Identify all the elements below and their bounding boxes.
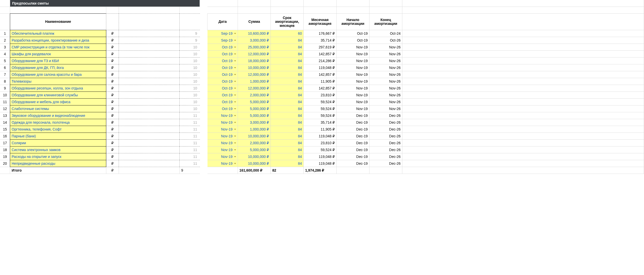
dropdown-icon[interactable]: [234, 115, 236, 116]
term-cell[interactable]: 84: [271, 71, 304, 78]
end-cell[interactable]: Nov-26: [369, 105, 402, 112]
dropdown-icon[interactable]: [234, 74, 236, 75]
currency-cell[interactable]: ₽: [106, 85, 119, 92]
amount-cell[interactable]: 3,000,000 ₽: [238, 119, 271, 126]
currency-cell[interactable]: ₽: [106, 71, 119, 78]
start-cell[interactable]: Nov-19: [337, 51, 369, 58]
dropdown-icon[interactable]: [234, 156, 236, 157]
blank-cell[interactable]: [119, 160, 180, 167]
term-cell[interactable]: 84: [271, 119, 304, 126]
monthly-amort-cell[interactable]: 119,048 ₽: [304, 133, 337, 140]
end-cell[interactable]: Nov-26: [369, 92, 402, 99]
blank-cell[interactable]: [119, 105, 180, 112]
month-index[interactable]: 11: [179, 126, 200, 133]
month-index[interactable]: 10: [179, 50, 200, 58]
amount-cell[interactable]: 2,000,000 ₽: [238, 140, 271, 146]
date-cell[interactable]: Nov-19: [207, 146, 238, 153]
blank-cell[interactable]: [119, 146, 180, 153]
currency-cell[interactable]: ₽: [106, 50, 119, 58]
start-cell[interactable]: Nov-19: [337, 78, 369, 85]
date-cell[interactable]: Oct-19: [207, 92, 238, 99]
amount-cell[interactable]: 10,000,000 ₽: [238, 64, 271, 71]
end-cell[interactable]: Dec-26: [369, 126, 402, 133]
monthly-amort-cell[interactable]: 11,905 ₽: [304, 126, 337, 133]
dropdown-icon[interactable]: [234, 149, 236, 151]
item-name[interactable]: Система электронных замков: [10, 146, 106, 153]
start-cell[interactable]: Nov-19: [337, 92, 369, 99]
start-cell[interactable]: Nov-19: [337, 64, 369, 71]
end-cell[interactable]: Nov-26: [369, 78, 402, 85]
term-cell[interactable]: 84: [271, 51, 304, 58]
monthly-amort-cell[interactable]: 142,857 ₽: [304, 71, 337, 78]
start-cell[interactable]: Nov-19: [337, 44, 369, 51]
date-cell[interactable]: Sep-19: [207, 30, 238, 37]
term-cell[interactable]: 84: [271, 44, 304, 51]
term-cell[interactable]: 84: [271, 112, 304, 119]
month-index[interactable]: 10: [179, 78, 200, 85]
blank-cell[interactable]: [119, 50, 180, 58]
month-index[interactable]: 11: [179, 153, 200, 160]
currency-cell[interactable]: ₽: [106, 126, 119, 133]
item-name[interactable]: Оборудование для клининговой службы: [10, 91, 106, 99]
item-name[interactable]: СМР реконструкция и отделка (в том числе…: [10, 44, 106, 51]
term-cell[interactable]: 84: [271, 140, 304, 146]
date-cell[interactable]: Oct-19: [207, 78, 238, 85]
blank-cell[interactable]: [119, 57, 180, 64]
start-cell[interactable]: Dec-19: [337, 146, 369, 153]
month-index[interactable]: 10: [179, 105, 200, 112]
currency-cell[interactable]: ₽: [106, 119, 119, 126]
monthly-amort-cell[interactable]: 59,524 ₽: [304, 99, 337, 105]
item-name[interactable]: Оборудование для ДК, ГП, йога: [10, 64, 106, 71]
end-cell[interactable]: Nov-26: [369, 58, 402, 64]
term-cell[interactable]: 84: [271, 85, 304, 92]
end-cell[interactable]: Dec-26: [369, 153, 402, 160]
dropdown-icon[interactable]: [234, 95, 236, 96]
monthly-amort-cell[interactable]: 142,857 ₽: [304, 85, 337, 92]
item-name[interactable]: Оборудование для салона красоты и бара: [10, 71, 106, 78]
month-index[interactable]: 10: [179, 57, 200, 64]
start-cell[interactable]: Dec-19: [337, 119, 369, 126]
term-cell[interactable]: 84: [271, 153, 304, 160]
start-cell[interactable]: Dec-19: [337, 112, 369, 119]
amount-cell[interactable]: 12,000,000 ₽: [238, 71, 271, 78]
end-cell[interactable]: Oct-26: [369, 37, 402, 44]
term-cell[interactable]: 84: [271, 105, 304, 112]
term-cell[interactable]: 60: [271, 30, 304, 37]
date-cell[interactable]: Oct-19: [207, 85, 238, 92]
dropdown-icon[interactable]: [234, 81, 236, 82]
blank-cell[interactable]: [119, 119, 180, 126]
blank-cell[interactable]: [119, 71, 180, 78]
currency-cell[interactable]: ₽: [106, 160, 119, 167]
spreadsheet-grid[interactable]: Предпосылки сметыНаименованиеДатаСуммаСр…: [0, 0, 644, 174]
end-cell[interactable]: Dec-26: [369, 140, 402, 146]
amount-cell[interactable]: 5,000,000 ₽: [238, 99, 271, 105]
currency-cell[interactable]: ₽: [106, 146, 119, 153]
dropdown-icon[interactable]: [234, 33, 236, 34]
month-index[interactable]: 11: [179, 119, 200, 126]
item-name[interactable]: Оборудование для ТЗ и КБИ: [10, 57, 106, 64]
item-name[interactable]: Слаботочные системы: [10, 105, 106, 112]
blank-cell[interactable]: [119, 112, 180, 119]
start-cell[interactable]: Dec-19: [337, 153, 369, 160]
term-cell[interactable]: 84: [271, 99, 304, 105]
amount-cell[interactable]: 3,000,000 ₽: [238, 37, 271, 44]
end-cell[interactable]: Dec-26: [369, 112, 402, 119]
monthly-amort-cell[interactable]: 35,714 ₽: [304, 119, 337, 126]
currency-cell[interactable]: ₽: [106, 112, 119, 119]
date-cell[interactable]: Nov-19: [207, 160, 238, 167]
date-cell[interactable]: Oct-19: [207, 51, 238, 58]
monthly-amort-cell[interactable]: 59,524 ₽: [304, 146, 337, 153]
end-cell[interactable]: Nov-26: [369, 44, 402, 51]
dropdown-icon[interactable]: [234, 136, 236, 137]
month-index[interactable]: 11: [179, 112, 200, 119]
end-cell[interactable]: Oct-24: [369, 30, 402, 37]
blank-cell[interactable]: [119, 153, 180, 160]
term-cell[interactable]: 84: [271, 126, 304, 133]
blank-cell[interactable]: [119, 91, 180, 99]
date-cell[interactable]: Oct-19: [207, 58, 238, 64]
end-cell[interactable]: Nov-26: [369, 71, 402, 78]
start-cell[interactable]: Nov-19: [337, 71, 369, 78]
date-cell[interactable]: Nov-19: [207, 126, 238, 133]
amount-cell[interactable]: 10,000,000 ₽: [238, 133, 271, 140]
dropdown-icon[interactable]: [234, 47, 236, 48]
